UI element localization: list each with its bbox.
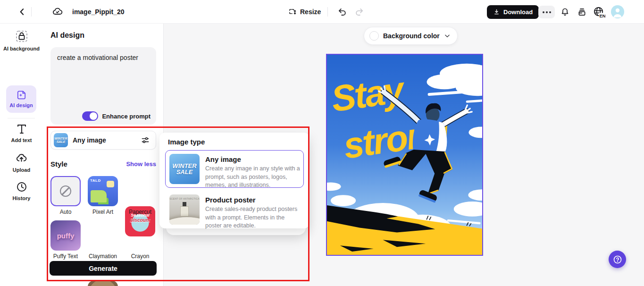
- motivational-poster-illustration: Stay strong: [327, 55, 482, 255]
- image-type-selector[interactable]: WINTER SALE Any image: [50, 131, 156, 150]
- image-type-popup: Image type WINTER SALE Any image Create …: [159, 133, 309, 228]
- option-title: Product poster: [205, 196, 301, 204]
- cloud-saved-icon[interactable]: [51, 6, 64, 17]
- enhance-prompt-toggle[interactable]: [82, 111, 98, 121]
- question-mark-icon: [612, 254, 623, 265]
- undo-button[interactable]: [336, 6, 348, 17]
- sidebar-item-upload[interactable]: Upload: [0, 152, 43, 174]
- none-icon: [60, 185, 71, 197]
- help-button[interactable]: [609, 251, 626, 268]
- tile-text: TALD: [90, 178, 101, 183]
- document-title: image_Pippit_20: [72, 8, 125, 16]
- download-button[interactable]: Download: [487, 5, 539, 19]
- image-type-thumbnail: WINTER SALE: [54, 133, 68, 147]
- style-tile-puffy-text[interactable]: puffy: [50, 220, 81, 251]
- resize-label: Resize: [300, 8, 321, 16]
- chevron-down-icon: [444, 33, 451, 39]
- more-options-button[interactable]: [538, 6, 555, 18]
- language-button[interactable]: EN: [592, 5, 606, 18]
- style-heading: Style: [50, 160, 67, 168]
- image-type-option-product-poster[interactable]: SCENT OF ANTARCTICA Product poster Creat…: [165, 191, 304, 228]
- top-bar: image_Pippit_20 Resize Download EN: [0, 0, 644, 24]
- style-label: Papercut: [122, 209, 159, 215]
- globe-icon: EN: [593, 6, 605, 18]
- sidebar-item-add-text[interactable]: Add text: [0, 123, 43, 144]
- style-label: Pixel Art: [84, 209, 121, 215]
- option-description: Create any image in any style with a pro…: [205, 165, 301, 190]
- enhance-prompt-label: Enhance prompt: [102, 113, 151, 120]
- divider: [327, 7, 328, 17]
- product-poster-thumbnail: SCENT OF ANTARCTICA: [169, 194, 200, 225]
- sidebar-item-label: AI background: [3, 46, 40, 52]
- resize-icon: [288, 8, 297, 17]
- billing-card-icon: [577, 7, 587, 17]
- divider: [8, 118, 35, 118]
- sidebar-item-label: AI design: [9, 102, 33, 109]
- style-tile-pixel-art[interactable]: TALD: [88, 176, 118, 206]
- tile-text: Discount: [125, 218, 155, 223]
- style-tile-auto[interactable]: [50, 176, 81, 206]
- perfume-bottle: [180, 206, 189, 217]
- download-icon: [493, 8, 500, 16]
- panel-title: AI design: [50, 31, 84, 40]
- poster-canvas-image[interactable]: Stay strong: [326, 54, 483, 256]
- resize-button[interactable]: Resize: [288, 5, 321, 18]
- style-label: Claymation: [84, 253, 121, 260]
- option-text: Any image Create any image in any style …: [205, 154, 301, 190]
- thumb-text: SALE: [57, 140, 66, 143]
- option-text: Product poster Create sales-ready produc…: [205, 194, 301, 230]
- sidebar-item-label: History: [13, 195, 31, 202]
- sidebar-item-history[interactable]: History: [0, 181, 43, 202]
- style-label: Crayon: [122, 253, 159, 260]
- option-title: Any image: [205, 155, 301, 163]
- sand-mound: [169, 217, 200, 225]
- back-button[interactable]: [16, 6, 28, 17]
- dot: [549, 11, 551, 13]
- sidebar-item-ai-background[interactable]: AI background: [0, 29, 43, 52]
- user-icon: [611, 5, 624, 18]
- tile-text: puffy: [57, 232, 75, 240]
- background-color-button[interactable]: Background color: [364, 27, 458, 45]
- undo-icon: [337, 7, 347, 17]
- avatar[interactable]: [611, 5, 624, 18]
- ai-background-icon: [15, 29, 29, 43]
- sidebar-item-ai-design[interactable]: AI design: [6, 85, 36, 113]
- toggle-knob: [90, 112, 97, 120]
- enhance-prompt-row: Enhance prompt: [50, 111, 156, 121]
- billing-button[interactable]: [576, 6, 588, 17]
- style-label: Puffy Text: [47, 253, 84, 260]
- bell-icon: [560, 7, 570, 17]
- divider: [31, 7, 32, 17]
- ai-design-icon: [16, 89, 27, 101]
- image-type-selected-label: Any image: [73, 136, 136, 144]
- upload-icon: [15, 152, 28, 165]
- redo-button[interactable]: [353, 6, 365, 17]
- thumb-text: SALE: [176, 169, 193, 175]
- generate-button[interactable]: Generate: [50, 261, 157, 276]
- show-less-link[interactable]: Show less: [109, 160, 156, 168]
- popup-title: Image type: [168, 138, 205, 146]
- filter-sliders-icon: [141, 135, 150, 145]
- sidebar-item-label: Upload: [13, 167, 30, 174]
- svg-text:EN: EN: [599, 13, 605, 18]
- sidebar-item-label: Add text: [11, 137, 32, 144]
- notifications-button[interactable]: [559, 6, 571, 17]
- style-label: Auto: [47, 209, 84, 215]
- redo-icon: [354, 7, 364, 17]
- any-image-thumbnail: WINTER SALE: [169, 154, 200, 184]
- background-color-label: Background color: [383, 32, 440, 40]
- option-description: Create sales-ready product posters with …: [205, 205, 301, 230]
- dot: [543, 11, 544, 13]
- add-text-icon: [16, 123, 28, 135]
- image-type-option-any-image[interactable]: WINTER SALE Any image Create any image i…: [165, 150, 304, 188]
- thumb-caption: SCENT OF ANTARCTICA: [169, 197, 200, 200]
- thumb-text: WINTER: [54, 137, 67, 140]
- dot: [546, 11, 548, 13]
- style-tile-claymation[interactable]: [88, 281, 118, 286]
- chevron-left-icon: [17, 7, 27, 17]
- tool-sidebar: AI background AI design Add text Upload …: [0, 24, 43, 286]
- prompt-text: create a motivational poster: [57, 54, 138, 61]
- color-swatch: [369, 31, 379, 41]
- history-clock-icon: [16, 181, 28, 193]
- download-label: Download: [503, 8, 533, 16]
